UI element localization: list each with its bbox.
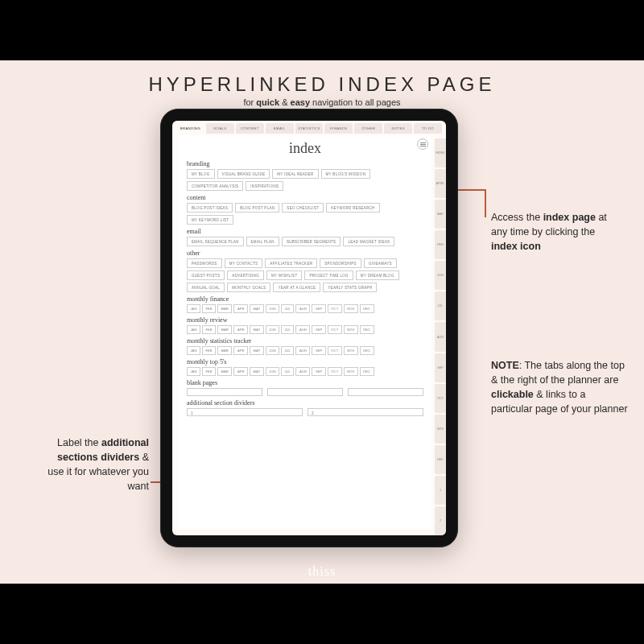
month-link[interactable]: MAR — [217, 304, 232, 313]
side-tab[interactable]: 1 — [435, 476, 446, 505]
month-link[interactable]: JUN — [266, 325, 279, 334]
month-link[interactable]: SEP — [312, 304, 325, 313]
month-link[interactable]: FEB — [202, 346, 216, 355]
month-link[interactable]: MAY — [250, 367, 264, 376]
blank-page-link[interactable] — [267, 388, 343, 396]
index-link[interactable]: MY WISHLIST — [266, 270, 302, 280]
month-link[interactable]: SEP — [312, 346, 325, 355]
index-link[interactable]: MY BLOG — [187, 169, 215, 179]
index-link[interactable]: PROJECT TIME LOG — [304, 270, 353, 280]
side-tab[interactable]: INDEX — [435, 138, 446, 167]
blank-page-link[interactable] — [187, 388, 262, 396]
month-link[interactable]: MAR — [217, 367, 232, 376]
index-icon[interactable] — [417, 138, 428, 150]
top-tab[interactable]: OTHER — [354, 123, 382, 134]
divider-link[interactable]: 2 — [308, 408, 423, 416]
side-tab[interactable]: APRIL — [435, 169, 446, 198]
index-link[interactable]: YEAR AT A GLANCE — [273, 283, 320, 292]
month-link[interactable]: DEC — [360, 367, 374, 376]
month-link[interactable]: MAY — [250, 304, 264, 313]
month-link[interactable]: NOV — [344, 304, 358, 313]
month-link[interactable]: OCT — [328, 367, 342, 376]
index-link[interactable]: BLOG POST IDEAS — [187, 203, 233, 213]
month-link[interactable]: JUN — [266, 346, 279, 355]
side-tab[interactable]: JUL — [435, 291, 446, 320]
top-tab[interactable]: TO DO — [414, 123, 442, 134]
index-link[interactable]: PASSWORDS — [187, 258, 222, 268]
month-link[interactable]: APR — [233, 367, 248, 376]
side-tab[interactable]: FEB — [435, 230, 446, 259]
side-tab[interactable]: AUG — [435, 322, 446, 351]
side-tab[interactable]: OCT — [435, 384, 446, 413]
index-link[interactable]: GUEST POSTS — [187, 270, 225, 280]
index-link[interactable]: SPONSORSHIPS — [320, 258, 361, 268]
side-tab[interactable]: JUN — [435, 261, 446, 290]
index-link[interactable]: VISUAL BRAND GUIDE — [217, 169, 270, 179]
index-link[interactable]: KEYWORD RESEARCH — [326, 203, 379, 213]
month-link[interactable]: JUL — [281, 346, 294, 355]
month-link[interactable]: JUL — [281, 367, 294, 376]
index-link[interactable]: MY BLOG'S MISSION — [321, 169, 371, 179]
month-link[interactable]: DEC — [360, 325, 374, 334]
side-tab[interactable]: NOV — [435, 415, 446, 444]
side-tab[interactable]: 2 — [435, 506, 446, 535]
month-link[interactable]: JAN — [187, 325, 200, 334]
index-link[interactable]: ANNUAL GOAL — [187, 283, 225, 292]
index-link[interactable]: EMAIL SEQUENCE PLAN — [187, 237, 244, 246]
index-link[interactable]: MY CONTACTS — [225, 258, 263, 268]
index-link[interactable]: COMPETITOR ANALYSIS — [187, 181, 243, 191]
top-tab[interactable]: EMAIL — [266, 123, 294, 134]
month-link[interactable]: NOV — [344, 346, 358, 355]
month-link[interactable]: DEC — [360, 304, 374, 313]
month-link[interactable]: JAN — [187, 367, 200, 376]
month-link[interactable]: DEC — [360, 346, 374, 355]
top-tab[interactable]: FINANCE — [324, 123, 353, 134]
month-link[interactable]: NOV — [344, 367, 358, 376]
month-link[interactable]: OCT — [328, 325, 342, 334]
top-tab[interactable]: GOALS — [206, 123, 234, 134]
month-link[interactable]: SEP — [312, 325, 325, 334]
index-link[interactable]: INSPIRATIONS — [246, 181, 283, 191]
index-link[interactable]: YEARLY STATS GRAPH — [323, 283, 377, 292]
month-link[interactable]: MAR — [217, 346, 232, 355]
top-tab[interactable]: STATISTICS — [295, 123, 324, 134]
month-link[interactable]: FEB — [202, 304, 216, 313]
month-link[interactable]: MAY — [250, 325, 264, 334]
blank-page-link[interactable] — [348, 388, 423, 396]
month-link[interactable]: OCT — [328, 304, 342, 313]
month-link[interactable]: JUL — [281, 304, 294, 313]
month-link[interactable]: AUG — [295, 367, 310, 376]
month-link[interactable]: JUN — [266, 304, 279, 313]
top-tab[interactable]: CONTENT — [236, 123, 264, 134]
index-link[interactable]: GIVEAWAYS — [364, 258, 397, 268]
top-tab[interactable]: NOTES — [384, 123, 412, 134]
index-link[interactable]: SUBSCRIBER SEGMENTS — [282, 237, 341, 246]
month-link[interactable]: JUN — [266, 367, 279, 376]
index-link[interactable]: MY KEYWORD LIST — [187, 215, 233, 225]
side-tab[interactable]: MAY — [435, 200, 446, 229]
index-link[interactable]: MY DREAM BLOG — [356, 270, 399, 280]
index-link[interactable]: MONTHLY GOALS — [227, 283, 270, 292]
index-link[interactable]: AFFILIATES TRACKER — [265, 258, 317, 268]
divider-link[interactable]: 1 — [187, 408, 303, 416]
month-link[interactable]: JAN — [187, 304, 200, 313]
side-tab[interactable]: DEC — [435, 445, 446, 474]
month-link[interactable]: JAN — [187, 346, 200, 355]
index-link[interactable]: EMAIL PLAN — [246, 237, 279, 246]
side-tab[interactable]: SEP — [435, 353, 446, 382]
month-link[interactable]: SEP — [312, 367, 325, 376]
month-link[interactable]: FEB — [202, 367, 216, 376]
month-link[interactable]: JUL — [281, 325, 294, 334]
month-link[interactable]: MAY — [250, 346, 264, 355]
month-link[interactable]: AUG — [295, 304, 310, 313]
month-link[interactable]: MAR — [217, 325, 232, 334]
top-tab[interactable]: BRANDING — [176, 123, 204, 134]
month-link[interactable]: APR — [233, 304, 248, 313]
index-link[interactable]: ADVERTISING — [227, 270, 264, 280]
month-link[interactable]: APR — [233, 325, 248, 334]
month-link[interactable]: AUG — [295, 346, 310, 355]
month-link[interactable]: NOV — [344, 325, 358, 334]
month-link[interactable]: FEB — [202, 325, 216, 334]
index-link[interactable]: SEO CHECKLIST — [282, 203, 324, 213]
index-link[interactable]: MY IDEAL READER — [272, 169, 318, 179]
